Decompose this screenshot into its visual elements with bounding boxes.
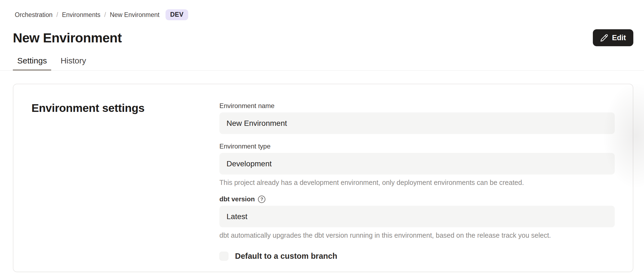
breadcrumb: Orchestration / Environments / New Envir…	[13, 9, 633, 21]
tab-bar: Settings History	[0, 56, 644, 71]
field-environment-type: Environment type Development This projec…	[219, 142, 615, 187]
tab-settings[interactable]: Settings	[13, 56, 51, 71]
environment-type-select[interactable]: Development	[219, 153, 615, 175]
environment-name-input[interactable]: New Environment	[219, 112, 615, 134]
environment-type-helper-text: This project already has a development e…	[219, 178, 615, 187]
custom-branch-checkbox-label[interactable]: Default to a custom branch	[235, 252, 337, 261]
breadcrumb-separator: /	[104, 11, 106, 19]
environment-settings-card: Environment settings Environment name Ne…	[13, 84, 633, 272]
breadcrumb-item-orchestration[interactable]: Orchestration	[15, 11, 53, 19]
card-form-column: Environment name New Environment Environ…	[219, 102, 615, 261]
tab-history[interactable]: History	[56, 56, 90, 71]
field-dbt-version: dbt version ? Latest dbt automatically u…	[219, 195, 615, 240]
environment-name-value: New Environment	[227, 119, 287, 128]
section-heading: Environment settings	[31, 102, 219, 115]
dbt-version-label: dbt version	[219, 195, 255, 203]
card-left-column: Environment settings	[31, 102, 219, 261]
page-title: New Environment	[13, 30, 122, 45]
environment-type-value: Development	[227, 159, 272, 168]
pencil-icon	[600, 34, 608, 42]
breadcrumb-separator: /	[56, 11, 58, 19]
page: Orchestration / Environments / New Envir…	[0, 0, 644, 279]
dbt-version-select[interactable]: Latest	[219, 206, 615, 227]
edit-button-label: Edit	[612, 34, 626, 42]
custom-branch-checkbox[interactable]	[219, 252, 228, 261]
environment-dev-badge: DEV	[166, 9, 188, 20]
dbt-version-helper-text: dbt automatically upgrades the dbt versi…	[219, 231, 615, 240]
environment-name-label: Environment name	[219, 102, 274, 110]
breadcrumb-item-new-environment: New Environment	[110, 11, 159, 19]
field-environment-name: Environment name New Environment	[219, 102, 615, 134]
help-icon[interactable]: ?	[258, 196, 265, 203]
title-row: New Environment Edit	[13, 28, 633, 47]
environment-type-label: Environment type	[219, 142, 271, 150]
breadcrumb-item-environments[interactable]: Environments	[62, 11, 100, 19]
custom-branch-row: Default to a custom branch	[219, 252, 615, 261]
dbt-version-value: Latest	[227, 212, 247, 221]
edit-button[interactable]: Edit	[593, 29, 633, 46]
